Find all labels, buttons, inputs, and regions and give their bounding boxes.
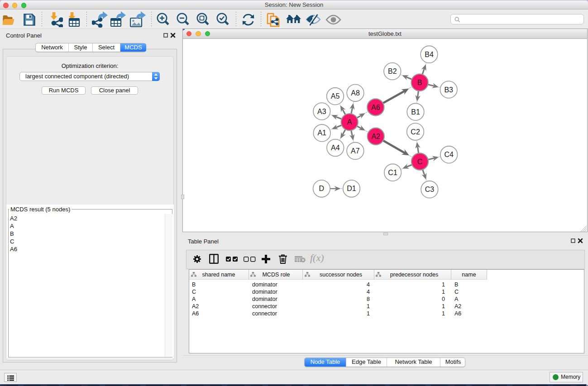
svg-text:D: D [319, 185, 325, 192]
svg-text:B4: B4 [425, 51, 434, 58]
svg-text:B3: B3 [444, 86, 453, 94]
svg-text:A7: A7 [351, 147, 360, 155]
svg-text:A: A [347, 118, 352, 126]
svg-text:C4: C4 [444, 151, 454, 158]
svg-text:C: C [417, 158, 423, 166]
svg-text:C2: C2 [411, 128, 420, 136]
svg-text:A4: A4 [331, 144, 340, 152]
svg-text:A5: A5 [331, 92, 340, 100]
svg-text:B1: B1 [411, 108, 420, 116]
svg-text:C1: C1 [388, 169, 397, 176]
svg-text:D1: D1 [347, 185, 356, 192]
svg-text:A6: A6 [371, 104, 380, 111]
svg-text:B2: B2 [388, 67, 397, 75]
svg-text:A2: A2 [371, 133, 380, 140]
svg-text:A8: A8 [351, 89, 360, 97]
svg-text:A3: A3 [317, 108, 326, 115]
svg-text:C3: C3 [425, 186, 435, 193]
svg-text:B: B [417, 79, 422, 86]
svg-text:A1: A1 [317, 129, 326, 137]
